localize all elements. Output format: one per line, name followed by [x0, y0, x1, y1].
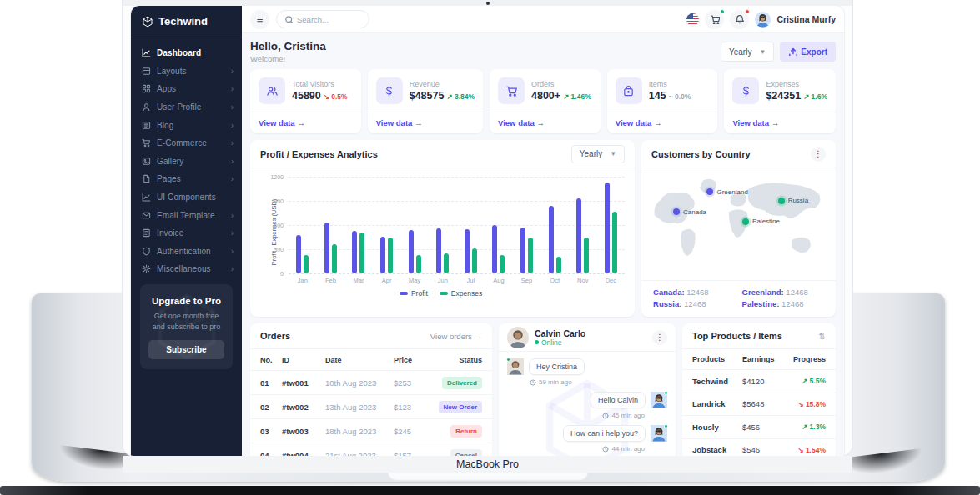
bar-group-mar — [344, 177, 373, 273]
orders-table-header: No. ID Date Price Status — [250, 349, 492, 370]
sidebar-item-label: Invoice — [157, 228, 225, 238]
sidebar-item-label: Blog — [157, 121, 225, 130]
marker-label: Russia — [788, 197, 808, 204]
sidebar-item-ui-components[interactable]: UI Components — [131, 188, 242, 207]
user-name[interactable]: Cristina Murfy — [776, 14, 836, 24]
stat-delta: ↗ 1.6% — [803, 92, 827, 101]
marker-label: Greenland — [716, 188, 747, 196]
bar-profit — [520, 228, 525, 273]
sidebar-item-apps[interactable]: Apps› — [131, 80, 242, 98]
sidebar-item-layouts[interactable]: Layouts› — [131, 62, 242, 81]
upload-icon — [788, 48, 797, 56]
export-button[interactable]: Export — [780, 42, 836, 62]
notifications-button[interactable] — [730, 10, 749, 29]
bar-expenses — [304, 255, 309, 273]
x-tick-label: Mar — [344, 277, 373, 284]
bar-group-apr — [373, 177, 401, 273]
sidebar-item-dashboard[interactable]: Dashboard — [131, 44, 242, 62]
view-data-link[interactable]: View data → — [250, 112, 361, 133]
cart-button[interactable] — [705, 10, 724, 29]
bar-expenses — [444, 253, 449, 273]
subscribe-button[interactable]: Subscribe — [148, 340, 224, 359]
products-title: Top Products / Items — [692, 331, 782, 341]
country-stat-greenland: Greenland: 12468 — [742, 288, 824, 297]
laptop-bezel-label: MacBook Pro — [123, 456, 852, 472]
bar-group-jan — [289, 177, 317, 273]
view-data-link[interactable]: View data → — [724, 112, 836, 133]
message-bubble: Hey Cristina — [529, 358, 585, 375]
hamburger-menu-button[interactable]: ≡ — [250, 10, 269, 29]
sort-icon[interactable]: ⇅ — [819, 332, 826, 341]
kebab-menu-button[interactable]: ⋮ — [811, 147, 826, 162]
x-axis-labels: JanFebMarAprMayJunJulAugSepOctNovDec — [289, 277, 625, 284]
view-data-link[interactable]: View data → — [490, 112, 601, 133]
bar-group-sep — [513, 177, 541, 273]
order-row-02: 02#tw00213th Aug 2023$123New Order — [250, 394, 492, 418]
marker-dot-icon — [673, 208, 680, 215]
sidebar-item-miscellaneous[interactable]: Miscellaneous› — [131, 260, 242, 278]
chat-message: How can i help you? — [507, 425, 667, 442]
sidebar: Techwind DashboardLayouts›Apps›User Prof… — [131, 6, 242, 456]
sidebar-menu: DashboardLayouts›Apps›User Profile›Blog›… — [131, 38, 242, 278]
orders-title: Orders — [260, 331, 290, 341]
view-orders-link[interactable]: View orders → — [430, 332, 482, 341]
bar-group-nov — [569, 177, 597, 273]
map-marker-canada: Canada — [673, 208, 706, 216]
chat-card: Calvin Carlo Online ⋮ Hey Cristina59 min… — [499, 323, 676, 456]
stat-value: 4800+↗ 1.46% — [531, 90, 591, 102]
search-input[interactable] — [297, 15, 355, 24]
y-tick-label: 300 — [274, 247, 284, 252]
legend-item-profit: Profit — [400, 289, 428, 298]
message-bubble: Hello Calvin — [591, 392, 646, 408]
sidebar-item-label: Gallery — [157, 157, 225, 166]
chart-period-select[interactable]: Yearly ▼ — [571, 145, 625, 163]
chat-scroll-area[interactable]: Hey Cristina59 min agoHello Calvin45 min… — [499, 352, 676, 456]
sidebar-item-e-commerce[interactable]: E-Commerce› — [131, 134, 242, 152]
search-box[interactable] — [276, 10, 369, 28]
sidebar-item-user-profile[interactable]: User Profile› — [131, 98, 242, 117]
sidebar-item-pages[interactable]: Pages› — [131, 170, 242, 188]
chat-menu-button[interactable]: ⋮ — [652, 330, 667, 345]
x-tick-label: Apr — [373, 277, 401, 284]
world-map: CanadaGreenlandRussiaPalestine — [650, 172, 827, 277]
bar-profit — [605, 182, 610, 273]
chevron-right-icon: › — [231, 84, 234, 93]
page-content: Hello, Cristina Welcome! Yearly ▼ Export — [242, 33, 844, 456]
sidebar-item-authentication[interactable]: Authentication› — [131, 242, 242, 261]
legend-marker — [400, 292, 408, 295]
y-tick-label: 600 — [274, 222, 284, 228]
orders-card: Orders View orders → No. ID Date Price S… — [250, 323, 492, 456]
x-tick-label: Aug — [485, 277, 513, 284]
sidebar-item-gallery[interactable]: Gallery› — [131, 152, 242, 171]
products-table-header: Products Earnings Progress — [682, 349, 836, 369]
webcam-icon — [486, 2, 490, 5]
brand-logo[interactable]: Techwind — [131, 6, 242, 38]
bar-profit — [465, 229, 470, 273]
bar-expenses — [416, 255, 421, 273]
page-subtitle: Welcome! — [250, 54, 326, 63]
chat-header: Calvin Carlo Online ⋮ — [499, 323, 676, 352]
macbook-mockup: Techwind DashboardLayouts›Apps›User Prof… — [0, 0, 980, 495]
stat-delta: ↗ 1.46% — [563, 92, 591, 101]
sidebar-item-blog[interactable]: Blog› — [131, 116, 242, 134]
sidebar-item-invoice[interactable]: Invoice› — [131, 224, 242, 242]
message-bubble: How can i help you? — [563, 425, 646, 442]
period-select[interactable]: Yearly ▼ — [721, 42, 774, 62]
brand-name: Techwind — [158, 15, 208, 28]
sidebar-item-label: Dashboard — [157, 48, 234, 58]
sidebar-item-email-template[interactable]: Email Template› — [131, 206, 242, 224]
bar-profit — [296, 235, 301, 273]
view-data-link[interactable]: View data → — [607, 112, 718, 133]
bar-group-jun — [429, 177, 457, 273]
view-data-link[interactable]: View data → — [368, 112, 483, 133]
country-stat-russia: Russia: 12468 — [653, 299, 735, 308]
us-flag-icon[interactable] — [686, 13, 699, 26]
bar-group-dec — [597, 177, 626, 273]
country-stats: Canada: 12468Greenland: 12468Russia: 124… — [641, 280, 836, 317]
chevron-down-icon: ▼ — [759, 48, 766, 56]
sidebar-item-label: Miscellaneous — [157, 264, 225, 273]
bar-profit — [352, 231, 357, 273]
user-avatar[interactable] — [755, 12, 771, 28]
chevron-right-icon: › — [231, 211, 234, 220]
layout-icon — [142, 67, 151, 76]
